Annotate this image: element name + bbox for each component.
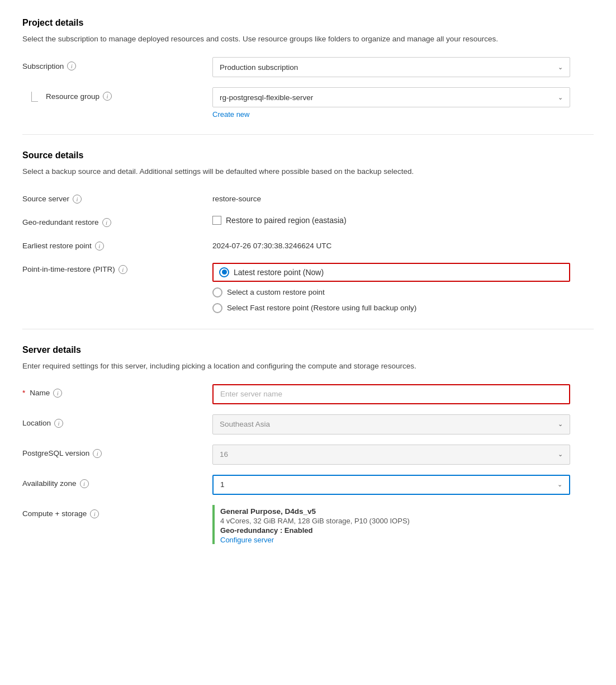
pitr-option-custom[interactable]: Select a custom restore point [212, 287, 570, 297]
geo-redundant-label: Geo-redundant restore [22, 218, 99, 226]
subscription-chevron-icon: ⌄ [558, 64, 563, 71]
availability-zone-row: Availability zone i 1 ⌄ [22, 475, 594, 495]
server-name-control [212, 384, 570, 404]
pitr-option-fast-label: Select Fast restore point (Restore using… [227, 304, 416, 312]
availability-select[interactable]: 1 ⌄ [212, 475, 570, 495]
location-select[interactable]: Southeast Asia ⌄ [212, 414, 570, 434]
resource-group-label: Resource group [46, 92, 99, 101]
resource-group-select[interactable]: rg-postgresql-flexible-server ⌄ [212, 87, 570, 107]
source-server-info-icon[interactable]: i [73, 195, 82, 204]
availability-info-icon[interactable]: i [80, 479, 89, 488]
pitr-row: Point-in-time-restore (PITR) i Latest re… [22, 261, 594, 313]
pitr-radio-custom[interactable] [212, 287, 222, 297]
earliest-restore-label: Earliest restore point [22, 242, 92, 250]
compute-storage-block: General Purpose, D4ds_v5 4 vCores, 32 Gi… [212, 505, 570, 544]
pitr-info-icon[interactable]: i [119, 265, 127, 274]
pitr-label: Point-in-time-restore (PITR) [22, 265, 115, 273]
source-details-section: Source details Select a backup source an… [22, 150, 594, 313]
resource-group-info-icon[interactable]: i [103, 92, 112, 101]
compute-label-container: Compute + storage i [22, 505, 212, 518]
server-details-section: Server details Enter required settings f… [22, 345, 594, 544]
postgresql-label: PostgreSQL version [22, 449, 89, 457]
earliest-restore-info-icon[interactable]: i [95, 242, 104, 251]
geo-redundant-label-container: Geo-redundant restore i [22, 214, 212, 227]
postgresql-chevron-icon: ⌄ [558, 451, 563, 458]
geo-redundant-control: Restore to paired region (eastasia) [212, 214, 570, 225]
postgresql-value: 16 [220, 450, 228, 459]
postgresql-info-icon[interactable]: i [93, 449, 102, 458]
project-details-section: Project details Select the subscription … [22, 18, 594, 119]
compute-desc: 4 vCores, 32 GiB RAM, 128 GiB storage, P… [220, 517, 570, 525]
resource-group-control: rg-postgresql-flexible-server ⌄ Create n… [212, 87, 570, 119]
resource-group-value: rg-postgresql-flexible-server [220, 93, 313, 102]
compute-control: General Purpose, D4ds_v5 4 vCores, 32 Gi… [212, 505, 570, 544]
location-info-icon[interactable]: i [54, 419, 63, 428]
location-control: Southeast Asia ⌄ [212, 414, 570, 434]
postgresql-label-container: PostgreSQL version i [22, 445, 212, 458]
pitr-option-custom-label: Select a custom restore point [227, 288, 325, 296]
required-asterisk: * [22, 389, 25, 397]
configure-server-link[interactable]: Configure server [220, 536, 274, 544]
divider-1 [22, 134, 594, 135]
location-chevron-icon: ⌄ [558, 421, 563, 428]
geo-redundant-row: Geo-redundant restore i Restore to paire… [22, 214, 594, 227]
location-label-container: Location i [22, 414, 212, 428]
subscription-select[interactable]: Production subscription ⌄ [212, 57, 570, 77]
source-server-label-container: Source server i [22, 190, 212, 204]
compute-info-icon[interactable]: i [90, 509, 99, 518]
divider-2 [22, 329, 594, 329]
availability-label-container: Availability zone i [22, 475, 212, 488]
geo-redundant-checkbox[interactable] [212, 216, 221, 225]
location-value: Southeast Asia [220, 420, 270, 428]
indent-connector [31, 92, 42, 101]
earliest-restore-value: 2024-07-26 07:30:38.3246624 UTC [212, 237, 570, 250]
availability-value: 1 [220, 480, 225, 489]
project-details-title: Project details [22, 18, 594, 28]
source-details-desc: Select a backup source and detail. Addit… [22, 166, 594, 177]
source-server-value: restore-source [212, 190, 570, 203]
server-details-desc: Enter required settings for this server,… [22, 361, 594, 372]
server-name-label-container: * Name i [22, 384, 212, 398]
server-name-input[interactable] [212, 384, 570, 404]
subscription-label: Subscription [22, 62, 64, 70]
subscription-value: Production subscription [220, 63, 298, 72]
postgresql-control: 16 ⌄ [212, 445, 570, 465]
server-name-info-icon[interactable]: i [53, 389, 62, 398]
project-details-desc: Select the subscription to manage deploy… [22, 34, 594, 45]
geo-redundant-checkbox-row: Restore to paired region (eastasia) [212, 214, 570, 225]
server-name-label: Name [30, 389, 50, 397]
location-label: Location [22, 419, 51, 427]
source-server-label: Source server [22, 195, 69, 203]
subscription-control: Production subscription ⌄ [212, 57, 570, 77]
geo-redundant-info-icon[interactable]: i [102, 218, 111, 227]
postgresql-version-row: PostgreSQL version i 16 ⌄ [22, 445, 594, 465]
earliest-restore-label-container: Earliest restore point i [22, 237, 212, 251]
resource-group-label-container: Resource group i [22, 87, 212, 101]
resource-group-chevron-icon: ⌄ [558, 94, 563, 101]
availability-chevron-icon: ⌄ [557, 481, 562, 488]
server-details-title: Server details [22, 345, 594, 355]
l-shape-icon [31, 92, 38, 102]
pitr-radio-latest[interactable] [219, 267, 229, 277]
availability-control: 1 ⌄ [212, 475, 570, 495]
subscription-label-container: Subscription i [22, 57, 212, 70]
availability-label: Availability zone [22, 479, 77, 488]
compute-geo: Geo-redundancy : Enabled [220, 526, 570, 535]
earliest-restore-control: 2024-07-26 07:30:38.3246624 UTC [212, 237, 570, 250]
create-new-link[interactable]: Create new [212, 110, 249, 119]
compute-storage-row: Compute + storage i General Purpose, D4d… [22, 505, 594, 544]
pitr-control: Latest restore point (Now) Select a cust… [212, 261, 570, 313]
server-name-row: * Name i [22, 384, 594, 404]
source-server-control: restore-source [212, 190, 570, 203]
subscription-row: Subscription i Production subscription ⌄ [22, 57, 594, 77]
postgresql-select[interactable]: 16 ⌄ [212, 445, 570, 465]
subscription-info-icon[interactable]: i [67, 62, 76, 70]
compute-label: Compute + storage [22, 509, 87, 518]
pitr-option-latest[interactable]: Latest restore point (Now) [212, 263, 570, 282]
geo-redundant-checkbox-label: Restore to paired region (eastasia) [226, 216, 347, 225]
pitr-option-fast[interactable]: Select Fast restore point (Restore using… [212, 303, 570, 313]
earliest-restore-row: Earliest restore point i 2024-07-26 07:3… [22, 237, 594, 251]
source-details-title: Source details [22, 150, 594, 160]
pitr-radio-fast[interactable] [212, 303, 222, 313]
resource-group-row: Resource group i rg-postgresql-flexible-… [22, 87, 594, 119]
